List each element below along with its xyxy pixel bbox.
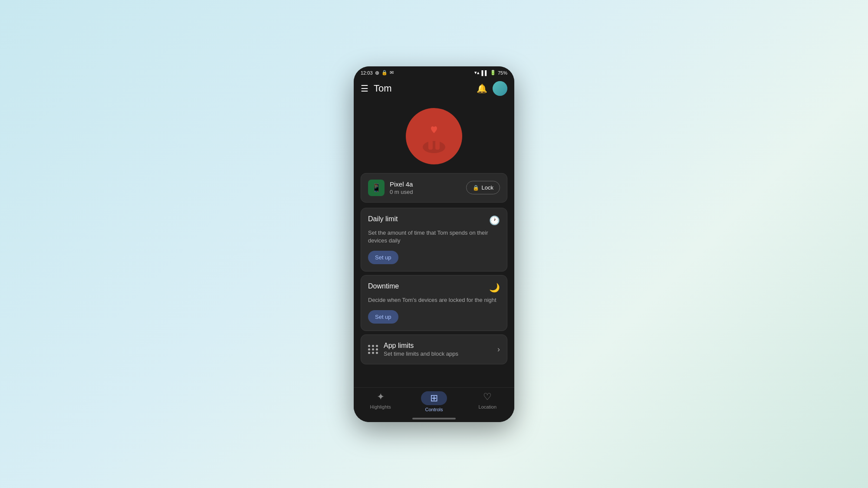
daily-limit-header: Daily limit 🕐 — [368, 215, 500, 226]
lock-status-icon: 🔒 — [381, 70, 388, 75]
chevron-right-icon: › — [497, 345, 500, 354]
svg-point-3 — [423, 141, 445, 153]
battery-percent: 75% — [498, 70, 507, 75]
bottom-nav: ✦ Highlights ⊞ Controls ♡ Location — [354, 387, 514, 422]
controls-icon: ⊞ — [430, 393, 438, 404]
battery-icon: 🔋 — [490, 70, 496, 75]
svg-rect-0 — [425, 121, 443, 124]
downtime-title: Downtime — [368, 282, 399, 290]
signal-icon: ▌▌ — [481, 70, 488, 75]
phone-icon: 📱 — [372, 183, 381, 193]
wifi-icon: ▾▴ — [474, 70, 480, 75]
message-icon: ✉ — [390, 70, 394, 75]
main-content: 📱 Pixel 4a 0 m used 🔒 Lock Daily limit 🕐… — [354, 101, 514, 422]
controls-active-pill: ⊞ — [421, 391, 447, 405]
app-limits-text: App limits Set time limits and block app… — [384, 342, 497, 357]
svg-rect-2 — [422, 137, 446, 140]
status-time: 12:03 — [361, 70, 373, 75]
daily-limit-card: Daily limit 🕐 Set the amount of time tha… — [361, 208, 507, 272]
bell-icon[interactable]: 🔔 — [477, 83, 487, 94]
downtime-card: Downtime 🌙 Decide when Tom's devices are… — [361, 275, 507, 331]
lock-button[interactable]: 🔒 Lock — [466, 181, 500, 194]
highlights-icon: ✦ — [377, 391, 385, 403]
menu-icon[interactable]: ☰ — [361, 83, 368, 94]
top-bar: ☰ Tom 🔔 — [354, 78, 514, 101]
hotspot-icon: ⊕ — [375, 70, 379, 76]
daily-limit-title: Daily limit — [368, 215, 398, 223]
svg-rect-5 — [435, 140, 440, 150]
downtime-desc: Decide when Tom's devices are locked for… — [368, 296, 500, 304]
profile-avatar — [406, 108, 462, 164]
highlights-label: Highlights — [370, 404, 391, 409]
nav-highlights[interactable]: ✦ Highlights — [354, 391, 407, 409]
lock-button-icon: 🔒 — [473, 185, 479, 191]
app-limits-title: App limits — [384, 342, 497, 350]
profile-section — [354, 101, 514, 173]
page-title: Tom — [374, 83, 392, 94]
daily-limit-desc: Set the amount of time that Tom spends o… — [368, 229, 500, 245]
status-bar: 12:03 ⊕ 🔒 ✉ ▾▴ ▌▌ 🔋 75% — [354, 66, 514, 78]
user-avatar[interactable] — [493, 81, 507, 96]
nav-controls[interactable]: ⊞ Controls — [407, 391, 460, 412]
app-limits-desc: Set time limits and block apps — [384, 350, 497, 357]
device-info: Pixel 4a 0 m used — [390, 180, 466, 195]
home-indicator — [412, 418, 456, 419]
downtime-setup-button[interactable]: Set up — [368, 310, 398, 324]
moon-icon: 🌙 — [489, 282, 500, 293]
grid-icon — [368, 345, 378, 354]
device-name: Pixel 4a — [390, 180, 466, 188]
downtime-header: Downtime 🌙 — [368, 282, 500, 293]
top-bar-right: 🔔 — [477, 81, 507, 96]
app-limits-card[interactable]: App limits Set time limits and block app… — [361, 334, 507, 364]
nav-location[interactable]: ♡ Location — [461, 391, 514, 409]
device-usage: 0 m used — [390, 189, 466, 195]
clock-icon: 🕐 — [489, 215, 500, 226]
profile-avatar-svg — [414, 117, 454, 156]
status-bar-left: 12:03 ⊕ 🔒 ✉ — [361, 70, 394, 76]
status-bar-right: ▾▴ ▌▌ 🔋 75% — [474, 70, 507, 75]
location-icon: ♡ — [483, 391, 492, 403]
daily-limit-setup-button[interactable]: Set up — [368, 251, 398, 264]
controls-label: Controls — [425, 407, 443, 412]
device-icon-wrap: 📱 — [368, 180, 385, 196]
svg-rect-4 — [428, 140, 433, 150]
device-card: 📱 Pixel 4a 0 m used 🔒 Lock — [361, 173, 507, 203]
top-bar-left: ☰ Tom — [361, 83, 392, 94]
lock-button-label: Lock — [482, 184, 493, 191]
location-label: Location — [479, 404, 497, 409]
